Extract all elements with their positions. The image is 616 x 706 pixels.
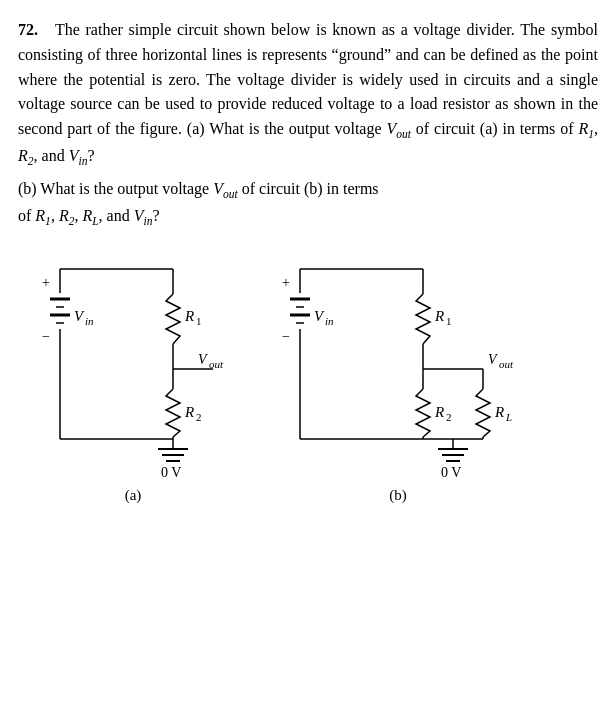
- circuit-a-svg: + − V in: [28, 249, 238, 479]
- svg-text:1: 1: [446, 315, 452, 327]
- circuit-b-container: + − V in R: [268, 249, 528, 504]
- svg-text:R: R: [434, 308, 444, 324]
- circuit-a-container: + − V in: [28, 249, 238, 504]
- r1-ref: R1: [578, 120, 594, 137]
- problem-text: 72. The rather simple circuit shown belo…: [18, 18, 598, 171]
- svg-text:V: V: [488, 352, 498, 367]
- problem-number: 72.: [18, 21, 38, 38]
- problem-text-b2: of R1, R2, RL, and Vin?: [18, 204, 598, 231]
- svg-text:+: +: [282, 275, 290, 290]
- circuit-a-label: (a): [125, 487, 142, 504]
- vin-ref: Vin: [69, 147, 88, 164]
- svg-text:2: 2: [196, 411, 202, 423]
- svg-text:R: R: [434, 404, 444, 420]
- svg-text:L: L: [505, 411, 512, 423]
- circuit-b-label: (b): [389, 487, 407, 504]
- svg-text:2: 2: [446, 411, 452, 423]
- r2-b-ref: R2: [59, 207, 75, 224]
- svg-text:V: V: [74, 308, 85, 324]
- svg-text:R: R: [184, 308, 194, 324]
- svg-text:V: V: [198, 352, 208, 367]
- svg-text:1: 1: [196, 315, 202, 327]
- svg-text:0 V: 0 V: [161, 465, 181, 479]
- problem-container: 72. The rather simple circuit shown belo…: [18, 18, 598, 504]
- circuit-b-svg: + − V in R: [268, 249, 528, 479]
- svg-text:out: out: [499, 358, 514, 370]
- svg-text:R: R: [494, 404, 504, 420]
- vin-b-ref: Vin: [134, 207, 153, 224]
- problem-text-b: (b) What is the output voltage Vout of c…: [18, 177, 598, 204]
- svg-text:V: V: [314, 308, 325, 324]
- svg-text:−: −: [282, 329, 290, 344]
- svg-text:R: R: [184, 404, 194, 420]
- svg-text:in: in: [325, 315, 334, 327]
- svg-text:+: +: [42, 275, 50, 290]
- r2-ref: R2,: [18, 147, 38, 164]
- vout-b-ref: Vout: [213, 180, 238, 197]
- svg-text:−: −: [42, 329, 50, 344]
- circuits-row: + − V in: [18, 249, 598, 504]
- vout-a: Vout: [386, 120, 411, 137]
- r1-b-ref: R1: [35, 207, 51, 224]
- rl-ref: RL,: [82, 207, 102, 224]
- svg-text:0 V: 0 V: [441, 465, 461, 479]
- svg-text:in: in: [85, 315, 94, 327]
- svg-text:out: out: [209, 358, 224, 370]
